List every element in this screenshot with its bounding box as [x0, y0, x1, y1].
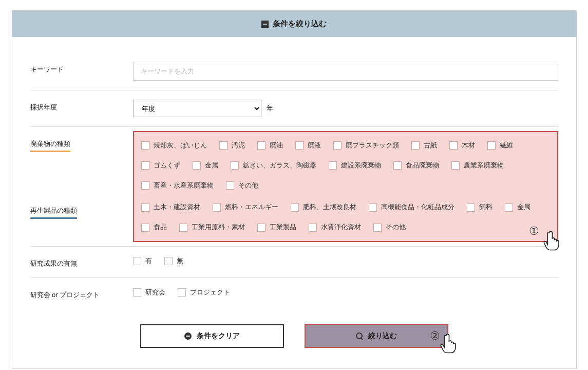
checkbox-icon[interactable]: [369, 203, 377, 212]
checkbox-icon[interactable]: [179, 224, 187, 232]
recycled-item[interactable]: 飼料: [467, 202, 492, 213]
waste-item[interactable]: 金属: [193, 160, 218, 171]
recycled-item[interactable]: 工業用原料・素材: [179, 222, 245, 233]
recycled-item-label: 金属: [517, 202, 530, 213]
checkbox-icon[interactable]: [487, 141, 496, 150]
recycled-item[interactable]: 工業製品: [257, 222, 296, 233]
recycled-item[interactable]: 燃料・エネルギー: [213, 202, 278, 213]
recycled-item[interactable]: 高機能食品・化粧品成分: [369, 202, 454, 213]
waste-item[interactable]: 廃油: [257, 140, 283, 151]
recycled-item-label: 水質浄化資材: [321, 222, 361, 233]
pointer-hand-icon: [439, 334, 457, 354]
clear-button[interactable]: 条件をクリア: [140, 324, 284, 348]
checkbox-icon[interactable]: [449, 141, 458, 150]
waste-item[interactable]: 農業系廃棄物: [451, 160, 504, 171]
panel-body: キーワード 採択年度 年度 年 廃棄物の種類 再生製品の種類: [12, 37, 576, 368]
waste-item-label: 畜産・水産系廃棄物: [154, 180, 214, 191]
checkbox-icon[interactable]: [141, 161, 149, 170]
checkbox-icon[interactable]: [141, 141, 149, 150]
project-item[interactable]: 研究会: [133, 287, 165, 298]
waste-item-label: 古紙: [424, 140, 437, 151]
checkbox-icon[interactable]: [231, 161, 239, 170]
checkbox-icon[interactable]: [178, 288, 186, 297]
outcome-item-label: 無: [177, 256, 183, 267]
project-label: 研究会 or プロジェクト: [30, 287, 133, 300]
checkbox-icon[interactable]: [141, 181, 149, 190]
waste-item-label: 鉱さい、ガラス、陶磁器: [243, 160, 316, 171]
panel-header: 条件を絞り込む: [12, 11, 576, 37]
recycled-item-label: 工業製品: [270, 222, 296, 233]
year-label: 採択年度: [30, 100, 133, 112]
waste-item-label: ゴムくず: [154, 160, 180, 171]
outcome-item[interactable]: 有: [133, 256, 152, 267]
checkbox-icon[interactable]: [505, 203, 513, 212]
recycled-item[interactable]: 水質浄化資材: [309, 222, 361, 233]
checkbox-icon[interactable]: [219, 141, 227, 150]
year-suffix: 年: [267, 104, 273, 113]
outcome-item[interactable]: 無: [164, 256, 183, 267]
recycled-item-label: 土木・建設資材: [154, 202, 200, 213]
checkbox-icon[interactable]: [373, 224, 382, 232]
waste-item-label: 木材: [462, 140, 475, 151]
recycled-item-label: 高機能食品・化粧品成分: [381, 202, 454, 213]
keyword-input[interactable]: [133, 62, 558, 81]
checkbox-icon[interactable]: [213, 203, 221, 212]
checkbox-icon[interactable]: [467, 203, 475, 212]
waste-checkbox-group: 焼却灰、ばいじん汚泥廃油廃液廃プラスチック類古紙木材繊維ゴムくず金属鉱さい、ガラ…: [141, 140, 550, 191]
outcome-item-label: 有: [145, 256, 152, 267]
keyword-label: キーワード: [30, 62, 133, 74]
waste-item[interactable]: 鉱さい、ガラス、陶磁器: [231, 160, 316, 171]
checkbox-icon[interactable]: [257, 141, 265, 150]
checkbox-icon[interactable]: [193, 161, 201, 170]
year-select[interactable]: 年度: [133, 100, 261, 117]
waste-item[interactable]: 廃プラスチック類: [333, 140, 399, 151]
waste-item-label: 焼却灰、ばいじん: [154, 140, 207, 151]
annotation-marker-2: ②: [430, 329, 440, 343]
waste-item[interactable]: 汚泥: [219, 140, 245, 151]
waste-item[interactable]: 畜産・水産系廃棄物: [141, 180, 214, 191]
checkbox-icon[interactable]: [226, 181, 234, 190]
waste-item[interactable]: 木材: [449, 140, 475, 151]
recycled-checkbox-group: 土木・建設資材燃料・エネルギー肥料、土壌改良材高機能食品・化粧品成分飼料金属食品…: [141, 202, 550, 233]
submit-button[interactable]: 絞り込む ②: [305, 324, 448, 348]
checkbox-icon[interactable]: [411, 141, 420, 150]
checkbox-icon[interactable]: [451, 161, 460, 170]
recycled-item-label: その他: [386, 222, 406, 233]
button-row: 条件をクリア 絞り込む ②: [30, 309, 558, 348]
waste-item[interactable]: ゴムくず: [141, 160, 180, 171]
recycled-item[interactable]: 食品: [141, 222, 167, 233]
checkbox-icon[interactable]: [133, 288, 141, 297]
recycled-item[interactable]: 肥料、土壌改良材: [291, 202, 356, 213]
recycled-item-label: 飼料: [479, 202, 492, 213]
checkbox-icon[interactable]: [141, 203, 149, 212]
project-item-label: プロジェクト: [190, 287, 230, 298]
checkbox-icon[interactable]: [393, 161, 402, 170]
checkbox-icon[interactable]: [133, 257, 141, 265]
row-project: 研究会 or プロジェクト 研究会プロジェクト: [30, 278, 558, 309]
waste-item-label: 建設系廃棄物: [341, 160, 381, 171]
project-item[interactable]: プロジェクト: [178, 287, 230, 298]
checkbox-icon[interactable]: [291, 203, 299, 212]
checkbox-icon[interactable]: [141, 224, 149, 232]
recycled-item-label: 食品: [154, 222, 167, 233]
waste-item[interactable]: 古紙: [411, 140, 437, 151]
waste-item[interactable]: 廃液: [295, 140, 321, 151]
waste-item[interactable]: 建設系廃棄物: [329, 160, 381, 171]
recycled-item[interactable]: その他: [373, 222, 406, 233]
checkbox-icon[interactable]: [164, 257, 173, 265]
checkbox-icon[interactable]: [309, 224, 317, 232]
recycled-item[interactable]: 土木・建設資材: [141, 202, 200, 213]
waste-item[interactable]: 繊維: [487, 140, 513, 151]
waste-item[interactable]: 食品廃棄物: [393, 160, 439, 171]
checkbox-icon[interactable]: [257, 224, 265, 232]
waste-item[interactable]: その他: [226, 180, 258, 191]
checkbox-icon[interactable]: [329, 161, 337, 170]
waste-item[interactable]: 焼却灰、ばいじん: [141, 140, 207, 151]
waste-item-label: 廃液: [308, 140, 321, 151]
checkbox-icon[interactable]: [295, 141, 304, 150]
waste-item-label: 農業系廃棄物: [464, 160, 504, 171]
recycled-item[interactable]: 金属: [505, 202, 530, 213]
waste-label: 廃棄物の種類: [30, 139, 70, 152]
checkbox-icon[interactable]: [333, 141, 342, 150]
waste-item-label: 廃油: [270, 140, 283, 151]
